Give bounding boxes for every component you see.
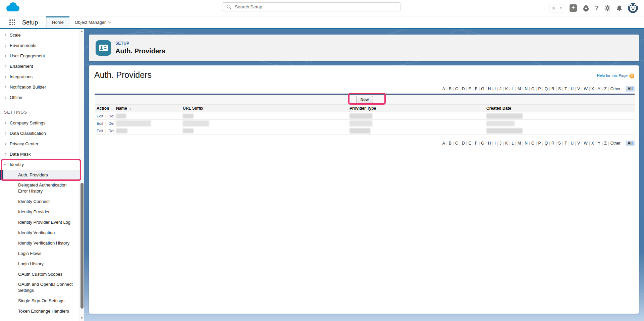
alpha-filter-b[interactable]: B xyxy=(447,86,453,92)
alpha-filter-c[interactable]: C xyxy=(454,86,460,92)
new-button[interactable]: New xyxy=(356,96,373,103)
sidebar-item-privacy-center[interactable]: Privacy Center xyxy=(0,139,79,149)
sidebar-item-login-flows[interactable]: Login Flows xyxy=(0,248,79,259)
help-for-this-page-link[interactable]: Help for this Page ? xyxy=(597,73,634,80)
alpha-filter-t[interactable]: T xyxy=(563,86,568,92)
alpha-filter-r[interactable]: R xyxy=(550,86,556,92)
search-input[interactable] xyxy=(235,4,376,9)
alpha-filter-v[interactable]: V xyxy=(576,141,581,146)
alpha-filter-k[interactable]: K xyxy=(504,86,509,92)
sidebar-item-data-mask[interactable]: Data Mask xyxy=(0,149,79,159)
alpha-filter-f[interactable]: F xyxy=(474,86,479,92)
alpha-filter-m[interactable]: M xyxy=(516,86,522,92)
alpha-filter-f[interactable]: F xyxy=(474,141,479,146)
alpha-filter-a[interactable]: A xyxy=(441,141,446,146)
tab-home[interactable]: Home xyxy=(46,16,69,28)
sidebar-item-data-classification[interactable]: Data Classification xyxy=(0,128,79,139)
del-link[interactable]: Del xyxy=(108,114,114,118)
alpha-filter-n[interactable]: N xyxy=(523,141,529,146)
alpha-filter-c[interactable]: C xyxy=(454,141,460,146)
edit-link[interactable]: Edit xyxy=(97,121,103,125)
sidebar-item-identity-provider-event-log[interactable]: Identity Provider Event Log xyxy=(0,217,79,227)
alpha-filter-i[interactable]: I xyxy=(493,86,497,92)
column-header-url-suffix[interactable]: URL Suffix xyxy=(183,106,203,111)
alpha-filter-e[interactable]: E xyxy=(467,86,473,92)
alpha-filter-p[interactable]: P xyxy=(537,141,542,146)
sidebar-item-delegated-authentication-error-history[interactable]: Delegated Authentication Error History xyxy=(0,180,79,196)
del-link[interactable]: Del xyxy=(108,129,114,133)
alpha-filter-q[interactable]: Q xyxy=(543,86,549,92)
sidebar-item-notification-builder[interactable]: Notification Builder xyxy=(0,82,79,92)
sidebar-item-login-history[interactable]: Login History xyxy=(0,259,79,269)
favorites-dropdown-icon[interactable]: ▼ xyxy=(558,4,564,12)
help-icon[interactable]: ? xyxy=(595,5,599,12)
edit-link[interactable]: Edit xyxy=(97,129,103,133)
alpha-filter-k[interactable]: K xyxy=(504,141,509,146)
alpha-filter-r[interactable]: R xyxy=(550,141,556,146)
alpha-filter-w[interactable]: W xyxy=(582,86,589,92)
sidebar-item-identity-connect[interactable]: Identity Connect xyxy=(0,196,79,207)
sidebar-item-offline[interactable]: Offline xyxy=(0,92,79,103)
alpha-filter-d[interactable]: D xyxy=(461,86,466,92)
alpha-filter-j[interactable]: J xyxy=(498,141,503,146)
sidebar-item-identity-provider[interactable]: Identity Provider xyxy=(0,207,79,217)
sidebar-scrollbar[interactable]: ▲ ▼ xyxy=(79,29,84,321)
scrollbar-thumb[interactable] xyxy=(80,183,84,309)
alpha-filter-j[interactable]: J xyxy=(498,86,503,92)
alpha-filter-u[interactable]: U xyxy=(570,141,575,146)
alpha-filter-n[interactable]: N xyxy=(523,86,529,92)
alpha-filter-g[interactable]: G xyxy=(480,141,485,146)
alpha-filter-o[interactable]: O xyxy=(530,141,536,146)
alpha-filter-all[interactable]: All xyxy=(626,86,635,92)
edit-link[interactable]: Edit xyxy=(97,114,103,118)
alpha-filter-w[interactable]: W xyxy=(582,141,589,146)
alpha-filter-q[interactable]: Q xyxy=(543,141,549,146)
quick-add-icon[interactable]: + xyxy=(570,4,577,12)
sidebar-item-identity-verification[interactable]: Identity Verification xyxy=(0,227,79,238)
alpha-filter-l[interactable]: L xyxy=(510,141,515,146)
sidebar-item-auth-providers[interactable]: Auth. Providers xyxy=(0,170,79,180)
sidebar-item-identity[interactable]: Identity xyxy=(0,159,79,170)
setup-gear-icon[interactable] xyxy=(604,5,611,11)
sidebar-item-token-exchange-handlers[interactable]: Token Exchange Handlers xyxy=(0,306,79,316)
alpha-filter-other[interactable]: Other xyxy=(609,86,622,92)
column-header-name[interactable]: Name↑ xyxy=(116,106,131,111)
sidebar-item-integrations[interactable]: Integrations xyxy=(0,71,79,82)
sidebar-item-identity-verification-history[interactable]: Identity Verification History xyxy=(0,238,79,248)
alpha-filter-other[interactable]: Other xyxy=(609,141,622,146)
alpha-filter-e[interactable]: E xyxy=(467,141,473,146)
scroll-up-icon[interactable]: ▲ xyxy=(80,30,84,33)
alpha-filter-g[interactable]: G xyxy=(480,86,485,92)
alpha-filter-y[interactable]: Y xyxy=(596,86,602,92)
alpha-filter-l[interactable]: L xyxy=(510,86,515,92)
favorites-star-icon[interactable]: ★ xyxy=(549,4,558,12)
guidance-center-icon[interactable] xyxy=(582,4,590,12)
sidebar-item-company-settings[interactable]: Company Settings xyxy=(0,118,79,128)
alpha-filter-a[interactable]: A xyxy=(441,86,446,92)
sidebar-item-single-sign-on-settings[interactable]: Single Sign-On Settings xyxy=(0,296,79,306)
sidebar-item-oauth-custom-scopes[interactable]: OAuth Custom Scopes xyxy=(0,269,79,279)
alpha-filter-d[interactable]: D xyxy=(461,141,466,146)
alpha-filter-x[interactable]: X xyxy=(590,86,595,92)
alpha-filter-s[interactable]: S xyxy=(557,86,562,92)
alpha-filter-p[interactable]: P xyxy=(537,86,542,92)
alpha-filter-u[interactable]: U xyxy=(570,86,575,92)
alpha-filter-y[interactable]: Y xyxy=(596,141,602,146)
column-header-provider-type[interactable]: Provider Type xyxy=(350,106,376,111)
sidebar-item-oauth-and-openid-connect-settings[interactable]: OAuth and OpenID Connect Settings xyxy=(0,279,79,296)
alpha-filter-x[interactable]: X xyxy=(590,141,595,146)
alpha-filter-z[interactable]: Z xyxy=(603,141,608,146)
user-avatar[interactable] xyxy=(628,3,638,13)
alpha-filter-o[interactable]: O xyxy=(530,86,536,92)
alpha-filter-b[interactable]: B xyxy=(447,141,453,146)
scroll-down-icon[interactable]: ▼ xyxy=(80,317,84,320)
sidebar-item-enablement[interactable]: Enablement xyxy=(0,61,79,71)
alpha-filter-i[interactable]: I xyxy=(493,141,497,146)
alpha-filter-h[interactable]: H xyxy=(487,141,492,146)
tab-object-manager[interactable]: Object Manager xyxy=(69,16,116,28)
sidebar-item-scale[interactable]: Scale xyxy=(0,30,79,40)
sidebar-item-user-engagement[interactable]: User Engagement xyxy=(0,51,79,61)
alpha-filter-t[interactable]: T xyxy=(563,141,568,146)
alpha-filter-s[interactable]: S xyxy=(557,141,562,146)
sidebar-item-environments[interactable]: Environments xyxy=(0,40,79,51)
